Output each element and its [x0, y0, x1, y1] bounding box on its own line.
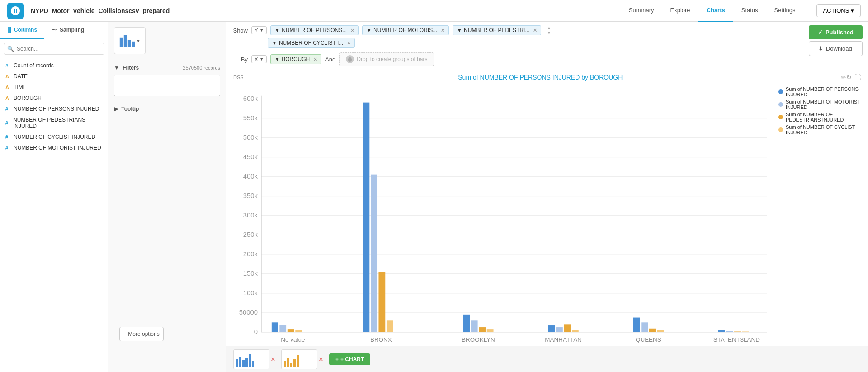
legend-dot	[778, 127, 783, 132]
left-panel: ||| Columns ⁓ Sampling 🔍 # Count of reco…	[0, 22, 108, 372]
list-item[interactable]: # NUMBER OF CYCLIST INJURED	[0, 132, 108, 142]
y-tag-2[interactable]: ▼ NUMBER OF PEDESTRI... ✕	[453, 25, 541, 35]
scroll-down-icon[interactable]: ▼	[547, 30, 551, 35]
chart-config-bar: Show Y ▼ ▼ NUMBER OF PERSONS... ✕ ▼ NUMB…	[226, 22, 868, 70]
published-button[interactable]: ✓ Published	[809, 25, 863, 39]
chart-type-button[interactable]: ▼	[114, 27, 146, 54]
publish-download-area: ✓ Published ⬇ Download	[809, 25, 863, 56]
tag-close-icon[interactable]: ✕	[441, 28, 445, 33]
columns-icon: |||	[7, 26, 11, 33]
filter-drop-zone[interactable]	[114, 75, 220, 96]
bar-chart-svg: 600k 550k 500k 450k 400k 350k 300k 250k …	[226, 83, 773, 346]
main-layout: ||| Columns ⁓ Sampling 🔍 # Count of reco…	[0, 22, 868, 372]
string-icon: A	[5, 95, 11, 101]
tab-sampling[interactable]: ⁓ Sampling	[44, 22, 91, 39]
svg-rect-45	[252, 361, 254, 367]
filters-header[interactable]: ▼ Filters 2570500 records	[114, 65, 220, 71]
filters-label: ▼ Filters	[114, 65, 139, 71]
list-item[interactable]: # NUMBER OF PERSONS INJURED	[0, 104, 108, 114]
column-label: NUMBER OF CYCLIST INJURED	[14, 134, 95, 140]
tag-arrow-icon: ▼	[274, 27, 280, 33]
tag-arrow-icon: ▼	[274, 56, 280, 62]
chevron-down-icon: ▼	[136, 38, 141, 43]
bar	[272, 322, 278, 332]
published-label: Published	[826, 29, 854, 36]
list-item[interactable]: # NUMBER OF MOTORIST INJURED	[0, 142, 108, 153]
add-chart-button[interactable]: + + CHART	[329, 353, 370, 365]
y-axis-label: Y	[255, 28, 258, 33]
tag-arrow-icon: ▼	[366, 27, 372, 33]
bar	[726, 331, 733, 332]
download-icon: ⬇	[818, 45, 823, 52]
more-options-button[interactable]: + More options	[119, 327, 164, 341]
svg-text:350k: 350k	[243, 192, 258, 199]
svg-text:BRONX: BRONX	[370, 336, 392, 343]
chart-type-area: ▼	[108, 22, 226, 60]
list-item[interactable]: # Count of records	[0, 60, 108, 71]
svg-text:BROOKLYN: BROOKLYN	[462, 336, 495, 343]
bar	[718, 330, 725, 332]
svg-text:400k: 400k	[243, 173, 258, 180]
hash-icon: #	[5, 63, 11, 68]
chart-area: DSS Sum of NUMBER OF PERSONS INJURED by …	[226, 70, 868, 346]
chevron-down-icon: ▼	[259, 57, 264, 61]
y-tag-1[interactable]: ▼ NUMBER OF MOTORIS... ✕	[362, 25, 449, 35]
hash-icon: #	[5, 145, 11, 151]
nav-explore[interactable]: Explore	[662, 0, 698, 22]
nav-settings[interactable]: Settings	[766, 0, 804, 22]
list-item[interactable]: # NUMBER OF PEDESTRIANS INJURED	[0, 114, 108, 132]
by-label: By	[231, 56, 248, 63]
logo-icon	[10, 5, 21, 16]
bar-chart-icon	[119, 33, 135, 49]
bar	[487, 329, 494, 332]
x-tag[interactable]: ▼ BOROUGH ✕	[270, 54, 321, 64]
list-item[interactable]: A DATE	[0, 71, 108, 82]
nav-charts[interactable]: Charts	[698, 0, 733, 22]
y-tag-0[interactable]: ▼ NUMBER OF PERSONS... ✕	[270, 25, 359, 35]
bar	[387, 320, 393, 332]
nav-status[interactable]: Status	[733, 0, 766, 22]
svg-text:No value: No value	[281, 336, 305, 343]
svg-rect-2	[128, 40, 131, 47]
remove-chart-1-icon[interactable]: ✕	[270, 356, 276, 363]
hash-icon: #	[5, 106, 11, 112]
string-icon: A	[5, 74, 11, 79]
scroll-up-icon[interactable]: ▲	[547, 25, 551, 30]
thumbnail-svg	[234, 350, 269, 369]
legend-item-3: Sum of NUMBER OF CYCLIST INJURED	[778, 124, 863, 135]
nav-summary[interactable]: Summary	[621, 0, 662, 22]
tag-label: NUMBER OF PERSONS...	[282, 27, 347, 33]
y-axis-selector[interactable]: Y ▼	[251, 26, 267, 34]
tag-close-icon[interactable]: ✕	[347, 40, 351, 46]
column-list: # Count of records A DATE A TIME A BOROU…	[0, 58, 108, 372]
refresh-icon[interactable]: ↻	[846, 74, 852, 81]
edit-icon[interactable]: ✏	[841, 74, 846, 81]
remove-chart-2-icon[interactable]: ✕	[318, 356, 324, 363]
tooltip-header[interactable]: ▶ Tooltip	[114, 106, 220, 112]
thumbnail-chart-2[interactable]	[281, 349, 317, 369]
chart-actions: ↻ ⛶	[846, 74, 861, 81]
tag-close-icon[interactable]: ✕	[350, 28, 354, 33]
search-icon: 🔍	[7, 46, 14, 52]
tag-close-icon[interactable]: ✕	[313, 57, 317, 62]
bar	[657, 330, 664, 332]
column-label: NUMBER OF MOTORIST INJURED	[14, 145, 101, 151]
app-logo	[7, 3, 24, 19]
tag-close-icon[interactable]: ✕	[533, 28, 537, 33]
expand-icon[interactable]: ⛶	[854, 74, 861, 81]
triangle-icon: ▼	[114, 65, 119, 71]
search-input[interactable]	[4, 43, 104, 55]
svg-rect-51	[297, 355, 299, 367]
column-label: NUMBER OF PERSONS INJURED	[14, 106, 99, 112]
group-drop-zone[interactable]: Drop to create groups of bars	[339, 52, 434, 66]
thumbnail-chart-1[interactable]	[233, 349, 269, 369]
tooltip-label: ▶ Tooltip	[114, 106, 139, 112]
list-item[interactable]: A TIME	[0, 82, 108, 93]
tab-columns[interactable]: ||| Columns	[0, 22, 44, 39]
actions-button[interactable]: ACTIONS ▾	[816, 4, 861, 17]
x-axis-selector[interactable]: X ▼	[251, 55, 267, 63]
y-tag-3[interactable]: ▼ NUMBER OF CYCLIST I... ✕	[268, 38, 355, 48]
list-item[interactable]: A BOROUGH	[0, 93, 108, 104]
download-button[interactable]: ⬇ Download	[809, 41, 863, 56]
legend-dot	[778, 102, 783, 107]
